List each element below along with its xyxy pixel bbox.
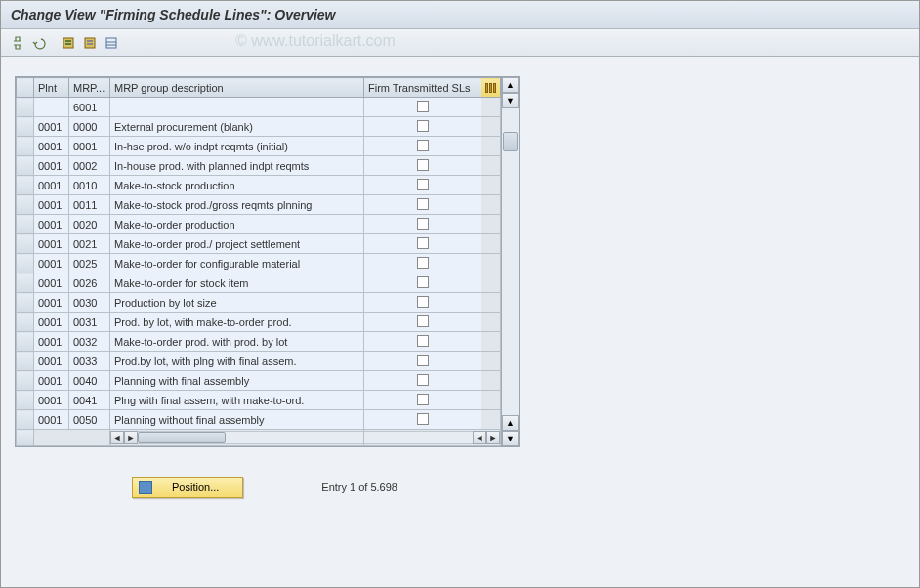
scroll-thumb[interactable]	[503, 132, 518, 151]
cell-desc[interactable]: Prod. by lot, with make-to-order prod.	[110, 313, 364, 332]
cell-desc[interactable]: Plng with final assem, with make-to-ord.	[110, 391, 364, 410]
cell-mrp[interactable]: 0030	[69, 293, 110, 313]
checkbox[interactable]	[417, 296, 429, 308]
row-selector[interactable]	[17, 352, 34, 371]
cell-mrp[interactable]: 0025	[69, 254, 110, 273]
cell-firm[interactable]	[364, 313, 481, 332]
cell-desc[interactable]: Production by lot size	[110, 293, 364, 313]
cell-desc[interactable]: In-house prod. with planned indpt reqmts	[110, 156, 364, 176]
column-settings-button[interactable]	[481, 78, 501, 98]
cell-plnt[interactable]: 0001	[34, 234, 69, 254]
toggle-display-change-icon[interactable]	[9, 34, 26, 52]
cell-firm[interactable]	[364, 176, 481, 195]
cell-mrp[interactable]: 0020	[69, 215, 110, 234]
checkbox[interactable]	[417, 276, 429, 288]
undo-icon[interactable]	[30, 34, 48, 52]
cell-mrp[interactable]: 0011	[69, 195, 110, 215]
cell-mrp[interactable]: 0041	[69, 391, 110, 410]
cell-plnt[interactable]: 0001	[34, 273, 69, 293]
scroll-left-icon[interactable]: ◄	[110, 431, 124, 444]
scroll-up-icon[interactable]: ▲	[502, 77, 519, 93]
horizontal-scrollbar[interactable]: ◄ ►	[110, 430, 363, 445]
row-selector[interactable]	[17, 195, 34, 215]
cell-desc[interactable]: Make-to-order for configurable material	[110, 254, 364, 273]
cell-firm[interactable]	[364, 156, 481, 176]
deselect-all-icon[interactable]	[81, 34, 99, 52]
cell-firm[interactable]	[364, 273, 481, 293]
row-selector[interactable]	[17, 254, 34, 273]
cell-desc[interactable]: Make-to-order production	[110, 215, 364, 234]
row-selector[interactable]	[17, 234, 34, 254]
cell-firm[interactable]	[364, 352, 481, 371]
cell-desc[interactable]: Prod.by lot, with plng with final assem.	[110, 352, 364, 371]
column-header-desc[interactable]: MRP group description	[110, 78, 364, 98]
row-selector[interactable]	[17, 176, 34, 195]
cell-mrp[interactable]: 0001	[69, 137, 110, 156]
cell-plnt[interactable]: 0001	[34, 371, 69, 391]
cell-plnt[interactable]: 0001	[34, 254, 69, 273]
scroll-left2-icon[interactable]: ◄	[473, 431, 486, 444]
checkbox[interactable]	[417, 257, 429, 269]
cell-firm[interactable]	[364, 332, 481, 352]
cell-plnt[interactable]: 0001	[34, 117, 69, 137]
position-button[interactable]: Position...	[132, 477, 243, 498]
vertical-scrollbar[interactable]: ▲ ▼ ▲ ▼	[501, 77, 519, 446]
cell-desc[interactable]: External procurement (blank)	[110, 117, 364, 137]
cell-desc[interactable]	[110, 98, 364, 117]
checkbox[interactable]	[417, 179, 429, 190]
column-header-firm[interactable]: Firm Transmitted SLs	[364, 78, 481, 98]
cell-firm[interactable]	[364, 371, 481, 391]
cell-mrp[interactable]: 0000	[69, 117, 110, 137]
cell-desc[interactable]: Planning with final assembly	[110, 371, 364, 391]
column-header-plnt[interactable]: Plnt	[34, 78, 69, 98]
cell-firm[interactable]	[364, 98, 481, 117]
cell-firm[interactable]	[364, 391, 481, 410]
checkbox[interactable]	[417, 101, 429, 112]
cell-plnt[interactable]: 0001	[34, 410, 69, 430]
cell-plnt[interactable]	[34, 98, 69, 117]
checkbox[interactable]	[417, 335, 429, 347]
cell-desc[interactable]: Make-to-order prod. with prod. by lot	[110, 332, 364, 352]
cell-plnt[interactable]: 0001	[34, 313, 69, 332]
row-selector[interactable]	[17, 371, 34, 391]
cell-desc[interactable]: Make-to-order prod./ project settlement	[110, 234, 364, 254]
cell-desc[interactable]: Make-to-order for stock item	[110, 273, 364, 293]
horizontal-scrollbar-right[interactable]: ◄ ►	[364, 430, 500, 445]
cell-plnt[interactable]: 0001	[34, 156, 69, 176]
row-selector[interactable]	[17, 137, 34, 156]
row-selector[interactable]	[17, 273, 34, 293]
row-selector[interactable]	[17, 332, 34, 352]
cell-plnt[interactable]: 0001	[34, 352, 69, 371]
cell-plnt[interactable]: 0001	[34, 176, 69, 195]
cell-firm[interactable]	[364, 234, 481, 254]
row-selector[interactable]	[17, 313, 34, 332]
checkbox[interactable]	[417, 218, 429, 230]
cell-desc[interactable]: Planning without final assembly	[110, 410, 364, 430]
scroll-down-small-icon[interactable]: ▼	[502, 93, 519, 108]
cell-mrp[interactable]: 0031	[69, 313, 110, 332]
scroll-right-small-icon[interactable]: ►	[124, 431, 138, 444]
cell-plnt[interactable]: 0001	[34, 137, 69, 156]
cell-mrp[interactable]: 0032	[69, 332, 110, 352]
cell-plnt[interactable]: 0001	[34, 195, 69, 215]
cell-firm[interactable]	[364, 254, 481, 273]
cell-mrp[interactable]: 0040	[69, 371, 110, 391]
cell-desc[interactable]: In-hse prod. w/o indpt reqmts (initial)	[110, 137, 364, 156]
table-settings-icon[interactable]	[103, 34, 120, 52]
row-selector[interactable]	[17, 293, 34, 313]
cell-plnt[interactable]: 0001	[34, 332, 69, 352]
checkbox[interactable]	[417, 159, 429, 171]
row-selector[interactable]	[17, 117, 34, 137]
select-all-icon[interactable]	[60, 34, 77, 52]
scroll-down-icon[interactable]: ▼	[502, 431, 519, 446]
row-selector[interactable]	[17, 215, 34, 234]
checkbox[interactable]	[417, 237, 429, 249]
row-selector-header[interactable]	[17, 78, 34, 98]
scroll-up2-icon[interactable]: ▲	[502, 415, 519, 431]
cell-desc[interactable]: Make-to-stock production	[110, 176, 364, 195]
cell-firm[interactable]	[364, 195, 481, 215]
cell-firm[interactable]	[364, 117, 481, 137]
cell-mrp[interactable]: 6001	[69, 98, 110, 117]
row-selector[interactable]	[17, 410, 34, 430]
scroll-right-icon[interactable]: ►	[486, 431, 500, 444]
